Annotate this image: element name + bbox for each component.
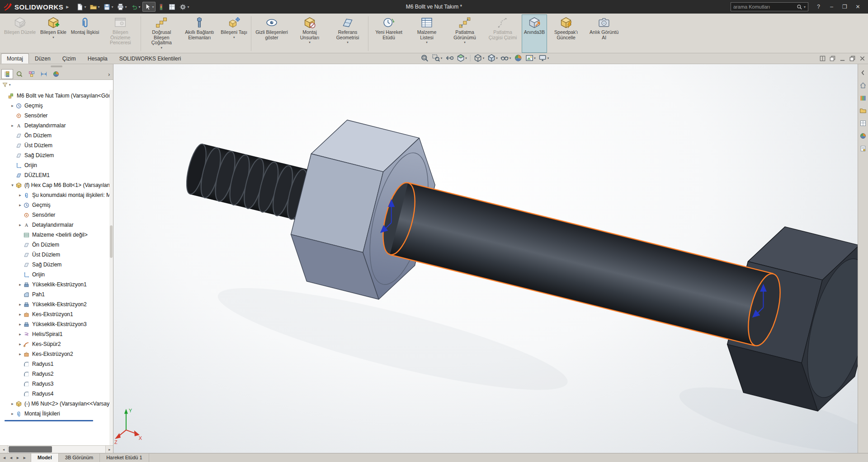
edit-appearance-button[interactable] [513,54,523,62]
menu-expand-icon[interactable]: ▶ [66,5,69,9]
tree-item-helis-spiral1[interactable]: ▸Helis/Spiral1 [0,329,113,339]
panel-tab-configurationmanager[interactable] [26,69,38,79]
tree-item-kes-ekstruzyon1[interactable]: ▸Kes-Ekstrüzyon1 [0,309,113,319]
tree-vscroll-thumb[interactable] [110,225,113,258]
first-sheet-button[interactable]: ◀ [1,456,7,460]
expand-arrow-icon[interactable]: ▸ [17,203,23,207]
expand-arrow-icon[interactable]: ▸ [17,312,23,317]
hscroll-right-icon[interactable]: ▸ [105,446,113,453]
file-explorer-button[interactable] [859,107,867,115]
expand-arrow-icon[interactable]: ▸ [17,352,23,356]
close-button[interactable] [859,55,866,62]
options-gear-button[interactable]: ▾ [178,2,191,12]
tab-cizim[interactable]: Çizim [57,53,82,64]
last-sheet-button[interactable]: ▶ [22,456,28,460]
tree-item-on-duzlem[interactable]: Ön Düzlem [0,131,113,140]
tree-item-kes-ekstruzyon2[interactable]: ▸Kes-Ekstrüzyon2 [0,349,113,359]
tree-item-ust-duzlem[interactable]: Üst Düzlem [0,140,113,150]
ribbon-button-patlatma-gorunumu[interactable]: Patlatma Görünümü▾ [446,14,484,53]
tree-item-on-duzlem[interactable]: Ön Düzlem [0,240,113,250]
tree-item-yukseklik-ekstruzyon2[interactable]: ▸Yükseklik-Ekstrüzyon2 [0,299,113,309]
sheet-tab-3b-gorunum[interactable]: 3B Görünüm [58,453,100,462]
expand-arrow-icon[interactable]: ▸ [17,193,23,197]
ribbon-button-dogrusal-bilesen-cogaltma[interactable]: Doğrusal Bileşen Çoğaltma▾ [142,14,180,53]
tree-item-f-hex-cap-m6-bolt-1-varsayilan[interactable]: ▾(f) Hex Cap M6 Bolt<1> (Varsayılan< [0,180,113,190]
bolt-shaft-selected[interactable] [377,180,774,346]
tab-hesapla[interactable]: Hesapla [82,53,113,64]
sheet-tab-model[interactable]: Model [31,453,59,462]
filter-caret-icon[interactable]: ▾ [9,83,11,87]
view-palette-button[interactable] [859,119,867,127]
tree-item-sensorler[interactable]: Sensörler [0,111,113,121]
model-canvas[interactable]: Y Z X [113,64,858,453]
expand-arrow-icon[interactable]: ▸ [9,103,15,108]
tree-item-radyus3[interactable]: Radyus3 [0,379,113,389]
design-library-button[interactable] [859,94,867,102]
zoom-area-button[interactable]: ▾ [431,54,443,62]
search-input[interactable] [733,4,797,9]
tree-vertical-scrollbar[interactable] [109,90,113,445]
tree-item-orijin[interactable]: Orijin [0,160,113,170]
panel-tabs-expand-icon[interactable]: › [105,71,113,78]
expand-arrow-icon[interactable]: ▸ [9,123,15,128]
panel-tab-featuremanager[interactable] [1,69,13,79]
tree-item-pah1[interactable]: Pah1 [0,289,113,299]
ribbon-button-akilli-baglanti-elemanlari[interactable]: Akıllı Bağlantı Elemanları [180,14,218,53]
tree-item-sag-duzlem[interactable]: Sağ Düzlem [0,150,113,160]
cascade-window-button[interactable] [829,55,836,62]
section-view-button[interactable]: ▾ [455,54,468,62]
tree-item-duzlem1[interactable]: DÜZLEM1 [0,170,113,180]
tree-item-gecmis[interactable]: ▸Geçmiş [0,200,113,210]
tree-item-radyus2[interactable]: Radyus2 [0,369,113,379]
minimize-button[interactable]: – [825,1,838,12]
restore-button[interactable] [849,55,856,62]
tree-horizontal-scrollbar[interactable]: ◂ ▸ [0,445,113,453]
expand-arrow-icon[interactable]: ▸ [9,401,15,406]
panel-tab-propertymanager[interactable] [14,69,25,79]
ribbon-button-referans-geometrisi[interactable]: Referans Geometrisi▾ [329,14,367,53]
select-arrow-button[interactable]: ▾ [142,2,156,12]
tree-item-m6-bollt-ve-nut-takim-varsayilan-goru[interactable]: M6 Bollt ve Nut Takım (Varsayılan<Görü [0,91,113,101]
ribbon-button-bileseni-tasi[interactable]: Bileşeni Taşı▾ [218,14,250,53]
print-button[interactable]: ▾ [115,2,128,12]
ribbon-button-malzeme-listesi[interactable]: Malzeme Listesi▾ [408,14,446,53]
prev-sheet-button[interactable]: ◀ [8,456,14,460]
ribbon-button-gizli-bilesenleri-goster[interactable]: Gizli Bileşenleri göster [253,14,291,53]
panel-tab-dimxpert[interactable] [38,69,50,79]
tab-solidworks-eklentileri[interactable]: SOLIDWORKS Eklentileri [113,53,187,64]
open-button[interactable]: ▾ [88,2,101,12]
tree-item-radyus1[interactable]: Radyus1 [0,359,113,369]
tree-item-detaylandirmalar[interactable]: ▸ADetaylandırmalar [0,220,113,230]
hscroll-thumb[interactable] [9,446,52,453]
graphics-viewport[interactable]: Y Z X [113,64,858,453]
search-icon[interactable] [797,4,802,10]
tab-duzen[interactable]: Düzen [29,53,57,64]
expand-arrow-icon[interactable]: ▸ [17,302,23,307]
expand-arrow-icon[interactable]: ▸ [17,322,23,327]
sheet-tab-hareket-etudu-1[interactable]: Hareket Etüdü 1 [99,453,149,462]
tree-item-su-konumdaki-montaj-iliskileri-m[interactable]: ▸Şu konumdaki montaj ilişkileri: M [0,190,113,200]
tree-item-radyus4[interactable]: Radyus4 [0,389,113,399]
rebuild-button[interactable] [156,2,166,12]
expand-arrow-icon[interactable]: ▸ [9,411,15,416]
expand-arrow-icon[interactable]: ▸ [17,332,23,336]
home-button[interactable] [859,81,867,89]
rollback-bar[interactable] [5,420,93,421]
previous-view-button[interactable] [444,54,454,62]
tree-item-orijin[interactable]: Orijin [0,270,113,280]
view-settings-button[interactable]: ▾ [538,54,550,62]
minimize-button[interactable] [839,55,846,62]
expand-arrow-icon[interactable]: ▾ [9,183,15,187]
tree-item-sag-duzlem[interactable]: Sağ Düzlem [0,260,113,270]
tab-montaj[interactable]: Montaj [1,53,29,64]
save-button[interactable]: ▾ [102,2,115,12]
panel-tab-displaymanager[interactable] [50,69,62,79]
undo-button[interactable]: ▾ [129,2,142,12]
ribbon-button-anlik-goruntu-ai[interactable]: Anlık Görüntü AI [585,14,623,53]
expand-arrow-icon[interactable]: ▸ [17,282,23,287]
expand-arrow-icon[interactable]: ▸ [17,342,23,346]
hide-show-items-button[interactable]: ▾ [500,54,512,62]
display-style-button[interactable]: ▾ [486,54,499,62]
close-button[interactable]: ✕ [851,1,864,12]
tree-item-gecmis[interactable]: ▸Geçmiş [0,101,113,111]
